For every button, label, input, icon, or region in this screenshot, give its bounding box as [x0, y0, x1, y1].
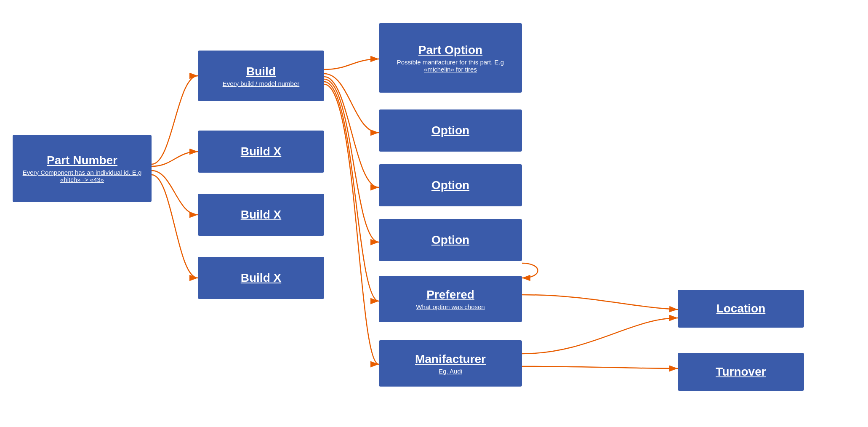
prefered-subtitle: What option was chosen [416, 303, 485, 310]
option1-title: Option [431, 124, 469, 137]
build-node: Build Every build / model number [198, 51, 324, 101]
manifacturer-subtitle: Eg. Audi [439, 368, 462, 375]
part-number-node: Part Number Every Component has an indiv… [13, 135, 152, 202]
build-subtitle: Every build / model number [223, 80, 300, 87]
part-option-node: Part Option Possible manifacturer for th… [379, 23, 522, 93]
option3-title: Option [431, 233, 469, 247]
build-x3-title: Build X [241, 271, 281, 285]
option3-node: Option [379, 219, 522, 261]
build-x1-node: Build X [198, 131, 324, 173]
build-x2-node: Build X [198, 194, 324, 236]
option2-title: Option [431, 179, 469, 192]
build-title: Build [246, 65, 276, 78]
location-title: Location [716, 302, 766, 315]
turnover-title: Turnover [716, 365, 766, 379]
part-number-title: Part Number [47, 154, 117, 167]
build-x1-title: Build X [241, 145, 281, 158]
part-number-subtitle: Every Component has an individual id. E.… [19, 169, 146, 183]
manifacturer-title: Manifacturer [415, 352, 486, 366]
prefered-title: Prefered [426, 288, 474, 302]
build-x2-title: Build X [241, 208, 281, 222]
option2-node: Option [379, 164, 522, 206]
option1-node: Option [379, 109, 522, 152]
turnover-node: Turnover [678, 353, 804, 391]
location-node: Location [678, 290, 804, 328]
manifacturer-node: Manifacturer Eg. Audi [379, 340, 522, 387]
build-x3-node: Build X [198, 257, 324, 299]
part-option-subtitle: Possible manifacturer for this part. E.g… [385, 59, 516, 73]
prefered-node: Prefered What option was chosen [379, 276, 522, 322]
part-option-title: Part Option [418, 43, 482, 57]
diagram-container: Part Number Every Component has an indiv… [0, 0, 868, 427]
